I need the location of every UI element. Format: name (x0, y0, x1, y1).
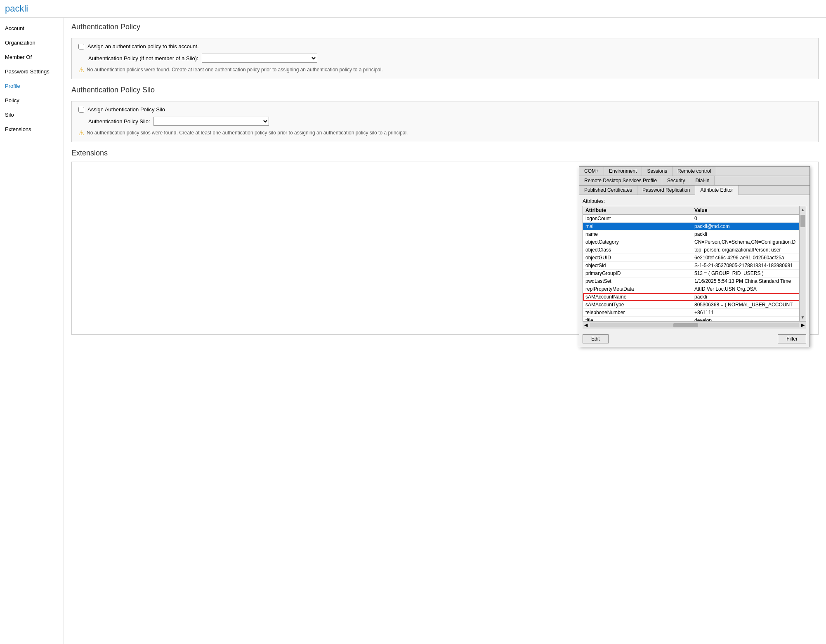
table-row[interactable]: sAMAccountNamepackli (583, 293, 806, 301)
auth-policy-section: Assign an authentication policy to this … (71, 38, 819, 79)
hscroll-left-btn[interactable]: ◀ (583, 322, 589, 328)
tab-attribute-editor[interactable]: Attribute Editor (695, 186, 738, 195)
tab-remote-control[interactable]: Remote control (673, 167, 716, 176)
table-row[interactable]: mailpackli@md.com (583, 223, 806, 230)
scroll-up-arrow[interactable]: ▲ (800, 206, 806, 213)
hscroll-right-btn[interactable]: ▶ (800, 322, 806, 328)
attr-cell-name: pwdLastSet (585, 278, 694, 284)
horizontal-scrollbar: ◀ ▶ (583, 321, 806, 329)
table-row[interactable]: telephoneNumber+861111 (583, 309, 806, 317)
attr-cell-value: 513 = ( GROUP_RID_USERS ) (694, 270, 803, 276)
attr-table-header: Attribute Value (583, 206, 806, 215)
tab-sessions[interactable]: Sessions (642, 167, 673, 176)
auth-policy-silo-warning-text: No authentication policy silos were foun… (87, 130, 408, 136)
attr-cell-value: packli (694, 231, 803, 237)
table-row[interactable]: objectCategoryCN=Person,CN=Schema,CN=Con… (583, 238, 806, 246)
hscroll-thumb[interactable] (673, 323, 698, 327)
auth-policy-warning: ⚠ No authentication policies were found.… (78, 67, 812, 74)
tab-dial-in[interactable]: Dial-in (690, 176, 715, 185)
table-row[interactable]: primaryGroupID513 = ( GROUP_RID_USERS ) (583, 270, 806, 277)
attr-cell-name: objectGUID (585, 255, 694, 261)
dialog-buttons: Edit Filter (579, 332, 809, 347)
table-row[interactable]: objectClasstop; person; organizationalPe… (583, 246, 806, 254)
extensions-section: Extensions COM+EnvironmentSessionsRemote… (71, 149, 819, 335)
attr-cell-value: 805306368 = ( NORMAL_USER_ACCOUNT (694, 302, 803, 308)
auth-policy-silo-dropdown-label: Authentication Policy Silo: (88, 118, 150, 125)
extensions-title: Extensions (71, 149, 819, 157)
filter-button[interactable]: Filter (778, 334, 806, 343)
sidebar-item-extensions[interactable]: Extensions (0, 122, 64, 136)
tab-remote-desktop[interactable]: Remote Desktop Services Profile (579, 176, 662, 185)
attr-cell-name: title (585, 317, 694, 321)
attr-cell-name: objectCategory (585, 239, 694, 245)
auth-policy-silo-section: Assign Authentication Policy Silo Authen… (71, 101, 819, 142)
table-row[interactable]: objectSidS-1-5-21-35370905-2178818314-18… (583, 262, 806, 270)
warning-icon-2: ⚠ (78, 129, 84, 137)
auth-policy-title: Authentication Policy (71, 23, 819, 33)
extensions-box: COM+EnvironmentSessionsRemote control Re… (71, 162, 819, 335)
attr-cell-value: packli (694, 294, 803, 300)
auth-policy-silo-dropdown[interactable] (153, 117, 269, 126)
auth-policy-dropdown-row: Authentication Policy (if not member of … (88, 54, 812, 63)
tab-environment[interactable]: Environment (604, 167, 642, 176)
value-col-header: Value (694, 207, 803, 213)
attr-cell-value: 6e210fef-c66c-4296-ae91-0d2560acf25a (694, 255, 803, 261)
vertical-scrollbar[interactable]: ▲ ▼ (799, 206, 806, 321)
auth-policy-silo-checkbox-row: Assign Authentication Policy Silo (78, 106, 812, 113)
app-container: packli AccountOrganizationMember OfPassw… (0, 0, 826, 644)
tab-published-certs[interactable]: Published Certificates (579, 186, 637, 195)
auth-policy-checkbox[interactable] (78, 44, 84, 49)
attr-col-header: Attribute (585, 207, 694, 213)
attr-cell-value: 1/16/2025 5:54:13 PM China Standard Time (694, 278, 803, 284)
attr-cell-name: replPropertyMetaData (585, 286, 694, 292)
sidebar-item-silo[interactable]: Silo (0, 108, 64, 122)
attr-rows-container: logonCount0mailpackli@md.comnamepackliob… (583, 215, 806, 321)
attr-cell-value: +861111 (694, 310, 803, 315)
attr-cell-name: objectClass (585, 247, 694, 253)
table-row[interactable]: pwdLastSet1/16/2025 5:54:13 PM China Sta… (583, 277, 806, 285)
attr-cell-name: logonCount (585, 216, 694, 221)
attributes-label: Attributes: (583, 198, 806, 204)
edit-button[interactable]: Edit (583, 334, 609, 343)
app-title: packli (0, 0, 826, 18)
scroll-thumb[interactable] (800, 215, 805, 227)
attr-cell-value: CN=Person,CN=Schema,CN=Configuration,D (694, 239, 803, 245)
sidebar-item-member-of[interactable]: Member Of (0, 50, 64, 64)
auth-policy-checkbox-label: Assign an authentication policy to this … (87, 43, 199, 49)
attr-cell-name: sAMAccountName (585, 294, 694, 300)
auth-policy-silo-dropdown-row: Authentication Policy Silo: (88, 117, 812, 126)
auth-policy-silo-checkbox-label: Assign Authentication Policy Silo (87, 106, 165, 113)
auth-policy-silo-warning: ⚠ No authentication policy silos were fo… (78, 130, 812, 137)
sidebar: AccountOrganizationMember OfPassword Set… (0, 18, 64, 644)
table-row[interactable]: namepackli (583, 230, 806, 238)
attr-cell-name: name (585, 231, 694, 237)
auth-policy-warning-text: No authentication policies were found. C… (87, 67, 383, 73)
tab-security[interactable]: Security (662, 176, 690, 185)
attr-cell-name: primaryGroupID (585, 270, 694, 276)
warning-icon-1: ⚠ (78, 66, 84, 74)
auth-policy-silo-checkbox[interactable] (78, 107, 84, 113)
table-row[interactable]: titledevelop (583, 317, 806, 321)
sidebar-item-profile[interactable]: Profile (0, 79, 64, 93)
attr-cell-name: objectSid (585, 263, 694, 268)
scroll-down-arrow[interactable]: ▼ (800, 314, 806, 321)
sidebar-item-account[interactable]: Account (0, 21, 64, 35)
table-row[interactable]: sAMAccountType805306368 = ( NORMAL_USER_… (583, 301, 806, 309)
auth-policy-dropdown[interactable] (202, 54, 317, 63)
attr-cell-value: S-1-5-21-35370905-2178818314-183980681 (694, 263, 803, 268)
attr-cell-value: packli@md.com (694, 223, 803, 229)
table-row[interactable]: objectGUID6e210fef-c66c-4296-ae91-0d2560… (583, 254, 806, 262)
content-area: Authentication Policy Assign an authenti… (64, 18, 826, 644)
table-row[interactable]: logonCount0 (583, 215, 806, 223)
tab-password-replication[interactable]: Password Replication (637, 186, 695, 195)
auth-policy-silo-title: Authentication Policy Silo (71, 86, 819, 96)
sidebar-item-policy[interactable]: Policy (0, 93, 64, 108)
sidebar-item-organization[interactable]: Organization (0, 35, 64, 50)
hscroll-track (590, 323, 799, 327)
tab-com-plus[interactable]: COM+ (579, 167, 604, 176)
sidebar-item-password-settings[interactable]: Password Settings (0, 64, 64, 79)
table-row[interactable]: replPropertyMetaDataAttID Ver Loc.USN Or… (583, 285, 806, 293)
attr-cell-value: develop (694, 317, 803, 321)
auth-policy-checkbox-row: Assign an authentication policy to this … (78, 43, 812, 49)
tabs-row-1: COM+EnvironmentSessionsRemote control (579, 167, 809, 176)
